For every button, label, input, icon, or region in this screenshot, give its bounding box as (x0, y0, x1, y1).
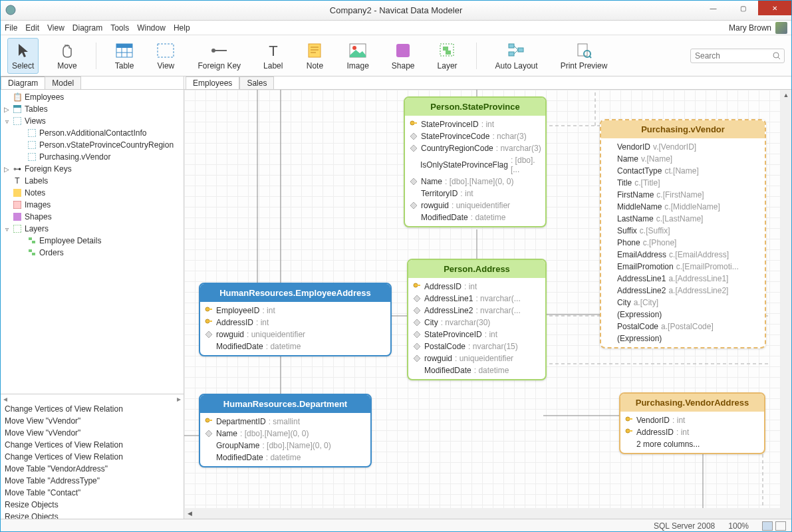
field-row[interactable]: StateProvinceCode : nchar(3) (409, 130, 541, 142)
tree-employees[interactable]: 📋Employees (1, 91, 184, 103)
entity-department[interactable]: HumanResources.Department DepartmentID :… (199, 394, 372, 467)
tab-model[interactable]: Model (45, 76, 81, 89)
tree-fkeys[interactable]: ▷⊶Foreign Keys (1, 163, 184, 175)
tree-view3[interactable]: Purchasing.vVendor (1, 151, 184, 163)
menu-diagram[interactable]: Diagram (72, 23, 102, 33)
field-row[interactable]: ModifiedDate : datetime (409, 211, 541, 223)
view-button[interactable]: View (152, 39, 179, 73)
menu-view[interactable]: View (47, 23, 65, 33)
scroll-left-icon[interactable]: ◂ (3, 394, 7, 404)
field-row[interactable]: VendorID : int (624, 414, 760, 426)
canvas-tab-sales[interactable]: Sales (239, 76, 274, 89)
diagram-canvas[interactable]: Person.StateProvince StateProvinceID : i… (184, 90, 791, 519)
history-item[interactable]: Resize Objects (1, 511, 184, 519)
foreign-key-button[interactable]: Foreign Key (194, 39, 245, 73)
label-button[interactable]: T Label (259, 39, 287, 73)
menu-tools[interactable]: Tools (110, 23, 129, 33)
field-row[interactable]: AddressID : int (412, 281, 541, 293)
field-row[interactable]: StateProvinceID : int (412, 329, 541, 340)
field-row[interactable]: LastName c.[LastName] (605, 213, 761, 225)
history-item[interactable]: Move Table "VendorAddress" (1, 464, 184, 475)
field-row[interactable]: TerritoryID : int (409, 188, 541, 200)
minimize-button[interactable]: — (698, 1, 728, 15)
tree-notes[interactable]: Notes (1, 187, 184, 199)
note-button[interactable]: Note (301, 39, 328, 73)
entity-vendor-address[interactable]: Purchasing.VendorAddress VendorID : intA… (619, 392, 765, 454)
field-row[interactable]: CountryRegionCode : nvarchar(3) (409, 142, 541, 154)
history-item[interactable]: Resize Objects (1, 499, 184, 511)
tree-images[interactable]: Images (1, 199, 184, 211)
field-row[interactable]: DepartmentID : smallint (204, 416, 366, 428)
maximize-button[interactable]: ▢ (728, 1, 758, 15)
field-row[interactable]: City a.[City] (605, 297, 761, 309)
menu-edit[interactable]: Edit (25, 23, 39, 33)
canvas-tab-employees[interactable]: Employees (186, 76, 239, 89)
field-row[interactable]: (Expression) (605, 332, 761, 344)
field-row[interactable]: GroupName : [dbo].[Name](0, 0) (204, 440, 366, 452)
menu-help[interactable]: Help (174, 23, 190, 33)
field-row[interactable]: (Expression) (605, 309, 761, 321)
field-row[interactable]: Name : [dbo].[Name](0, 0) (409, 176, 541, 188)
scroll-right-icon[interactable]: ▸ (177, 394, 181, 404)
horizontal-scrollbar[interactable]: ◀ (184, 508, 781, 519)
field-row[interactable]: 2 more columns... (624, 438, 760, 450)
tab-diagram[interactable]: Diagram (1, 76, 45, 89)
field-row[interactable]: EmailPromotion c.[EmailPromoti... (605, 261, 761, 273)
field-row[interactable]: StateProvinceID : int (409, 118, 541, 130)
field-row[interactable]: IsOnlyStateProvinceFlag : [dbo].[... (409, 154, 541, 176)
field-row[interactable]: Suffix c.[Suffix] (605, 225, 761, 237)
tree-shapes[interactable]: Shapes (1, 211, 184, 223)
menu-window[interactable]: Window (137, 23, 166, 33)
field-row[interactable]: MiddleName c.[MiddleName] (605, 201, 761, 213)
field-row[interactable]: Name v.[Name] (605, 153, 761, 165)
move-button[interactable]: Move (53, 39, 80, 73)
history-item[interactable]: Change Vertices of View Relation (1, 440, 184, 452)
field-row[interactable]: AddressID : int (624, 426, 760, 438)
tree-view1[interactable]: Person.vAdditionalContactInfo (1, 127, 184, 139)
view-mode-1[interactable] (762, 521, 773, 531)
user-display[interactable]: Mary Brown (729, 22, 787, 34)
entity-state-province[interactable]: Person.StateProvince StateProvinceID : i… (404, 96, 547, 227)
entity-employee-address[interactable]: HumanResources.EmployeeAddress EmployeeI… (199, 283, 392, 356)
select-button[interactable]: Select (7, 38, 39, 74)
tree-views[interactable]: ▿Views (1, 115, 184, 127)
search-box[interactable] (690, 49, 785, 63)
field-row[interactable]: City : nvarchar(30) (412, 317, 541, 329)
history-item[interactable]: Move View "vVendor" (1, 428, 184, 440)
history-item[interactable]: Move View "vVendor" (1, 416, 184, 428)
tree-labels[interactable]: TLabels (1, 175, 184, 187)
entity-address[interactable]: Person.Address AddressID : intAddressLin… (407, 259, 547, 380)
field-row[interactable]: ModifiedDate : datetime (204, 340, 386, 352)
field-row[interactable]: rowguid : uniqueidentifier (204, 329, 386, 340)
field-row[interactable]: ModifiedDate : datetime (204, 452, 366, 464)
history-item[interactable]: Change Vertices of View Relation (1, 452, 184, 464)
field-row[interactable]: ModifiedDate : datetime (412, 364, 541, 376)
field-row[interactable]: AddressID : int (204, 317, 386, 329)
history-item[interactable]: Move Table "AddressType" (1, 475, 184, 487)
tree-layers[interactable]: ▿Layers (1, 223, 184, 235)
shape-button[interactable]: Shape (388, 39, 419, 73)
field-row[interactable]: PostalCode a.[PostalCode] (605, 321, 761, 332)
view-mode-2[interactable] (775, 521, 786, 531)
tree-layer2[interactable]: Orders (1, 247, 184, 259)
search-input[interactable] (695, 51, 773, 61)
tree-view2[interactable]: Person.vStateProvinceCountryRegion (1, 139, 184, 151)
field-row[interactable]: rowguid : uniqueidentifier (409, 200, 541, 211)
close-button[interactable]: ✕ (758, 1, 791, 15)
image-button[interactable]: Image (342, 39, 372, 73)
field-row[interactable]: rowguid : uniqueidentifier (412, 352, 541, 364)
field-row[interactable]: Title c.[Title] (605, 177, 761, 189)
table-button[interactable]: Table (111, 39, 138, 73)
layer-button[interactable]: Layer (434, 39, 462, 73)
print-preview-button[interactable]: Print Preview (557, 39, 612, 73)
auto-layout-button[interactable]: Auto Layout (491, 39, 542, 73)
tree-tables[interactable]: ▷Tables (1, 103, 184, 115)
field-row[interactable]: PostalCode : nvarchar(15) (412, 340, 541, 352)
field-row[interactable]: Phone c.[Phone] (605, 237, 761, 249)
field-row[interactable]: AddressLine2 : nvarchar(... (412, 305, 541, 317)
field-row[interactable]: FirstName c.[FirstName] (605, 189, 761, 201)
field-row[interactable]: EmailAddress c.[EmailAddress] (605, 249, 761, 261)
field-row[interactable]: VendorID v.[VendorID] (605, 141, 761, 153)
history-item[interactable]: Change Vertices of View Relation (1, 404, 184, 416)
history-item[interactable]: Move Table "Contact" (1, 487, 184, 499)
